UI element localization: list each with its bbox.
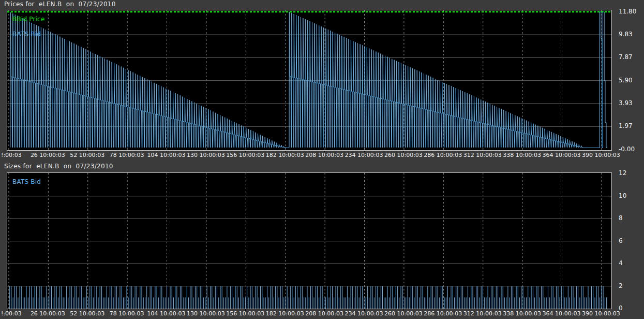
- x-axis-label: 286 10:00:03: [424, 152, 462, 158]
- y-axis-label: 7.87: [619, 53, 633, 61]
- x-axis-label: 52 10:00:03: [70, 152, 104, 158]
- x-axis-tick: [562, 151, 562, 152]
- x-axis-tick: [87, 309, 88, 311]
- x-axis-label: 364 10:00:03: [543, 310, 581, 317]
- x-axis-tick: [127, 309, 127, 311]
- x-axis-tick: [8, 309, 9, 311]
- x-axis-tick: [245, 151, 246, 152]
- x-axis-label: 26 10:00:03: [31, 152, 65, 158]
- bats-bid-price-series: [10, 12, 607, 148]
- y-axis-label: 8: [619, 214, 623, 222]
- legend-bats-bid: BATS Bid: [12, 31, 41, 38]
- y-axis-label: 12: [619, 169, 626, 177]
- prices-panel-title: Prices for eLEN.B on 07/23/2010: [4, 1, 116, 8]
- x-axis-tick: [285, 309, 286, 311]
- x-axis-label: 156 10:00:03: [226, 310, 264, 317]
- y-axis-label: 3.93: [619, 99, 633, 107]
- sizes-plot-area[interactable]: BATS Bid: [7, 172, 612, 309]
- x-axis-tick: [522, 309, 522, 311]
- x-axis-tick: [48, 151, 48, 152]
- x-axis-tick: [245, 309, 246, 311]
- x-axis-tick: [167, 151, 167, 152]
- y-axis-label: 2: [619, 282, 623, 289]
- legend-bbid-price: BBid Price: [12, 16, 45, 23]
- x-axis-tick: [443, 151, 443, 152]
- x-axis-label: 78 10:00:03: [110, 152, 144, 158]
- x-axis-tick: [127, 151, 127, 152]
- x-axis-label: 156 10:00:03: [226, 152, 264, 158]
- x-axis-tick: [483, 309, 483, 311]
- x-axis-tick: [206, 151, 206, 152]
- x-axis-label: 208 10:00:03: [305, 152, 343, 158]
- x-axis-label: 130 10:00:03: [187, 310, 225, 317]
- x-axis-label: 234 10:00:03: [345, 310, 383, 317]
- x-axis-tick: [601, 151, 602, 152]
- x-axis-tick: [562, 309, 562, 311]
- x-axis-tick: [443, 309, 443, 311]
- x-axis-tick: [601, 309, 602, 311]
- x-axis-label: 312 10:00:03: [463, 152, 502, 158]
- x-axis-label: 208 10:00:03: [305, 310, 343, 317]
- x-axis-label: 78 10:00:03: [110, 310, 144, 317]
- y-axis-label: 4: [619, 259, 623, 267]
- x-axis-tick: [48, 309, 48, 311]
- x-axis-label: 104 10:00:03: [147, 152, 186, 158]
- x-axis-label: 26 10:00:03: [31, 310, 65, 317]
- y-axis-label: -0.00: [619, 146, 635, 153]
- x-axis-tick: [206, 309, 206, 311]
- y-axis-label: 5.90: [619, 77, 633, 84]
- x-axis-label: 338 10:00:03: [503, 152, 541, 158]
- x-axis-label: 390 10:00:03: [582, 310, 620, 317]
- x-axis-tick: [8, 151, 9, 152]
- bats-bid-size-series: [10, 286, 607, 309]
- prices-plot-area[interactable]: BBid PriceBATS Bid: [7, 10, 612, 151]
- x-axis-tick: [364, 309, 365, 311]
- x-axis-label: 182 10:00:03: [266, 310, 304, 317]
- legend-bats-bid: BATS Bid: [12, 178, 41, 185]
- y-axis-label: 9.83: [619, 31, 633, 38]
- x-axis-label: 104 10:00:03: [147, 310, 186, 317]
- x-axis-tick: [324, 309, 325, 311]
- x-axis-tick: [167, 309, 167, 311]
- x-axis-label: 364 10:00:03: [543, 152, 581, 158]
- x-axis-tick: [285, 151, 286, 152]
- x-axis-label: 52 10:00:03: [70, 310, 104, 317]
- x-axis-label: 182 10:00:03: [266, 152, 304, 158]
- x-axis-label: 312 10:00:03: [463, 310, 502, 317]
- x-axis-tick: [483, 151, 483, 152]
- x-axis-tick: [403, 309, 404, 311]
- x-axis-label: 338 10:00:03: [503, 310, 541, 317]
- x-axis-tick: [364, 151, 365, 152]
- x-axis-label: !:00:03: [1, 152, 22, 158]
- y-axis-label: 11.80: [619, 8, 636, 15]
- x-axis-tick: [87, 151, 88, 152]
- x-axis-label: 390 10:00:03: [582, 152, 620, 158]
- sizes-panel-title: Sizes for eLEN.B on 07/23/2010: [4, 163, 113, 170]
- x-axis-label: 260 10:00:03: [384, 310, 423, 317]
- y-axis-label: 1.97: [619, 122, 633, 129]
- y-axis-label: 6: [619, 237, 623, 244]
- x-axis-label: 130 10:00:03: [187, 152, 225, 158]
- x-axis-label: 260 10:00:03: [384, 152, 423, 158]
- x-axis-label: 286 10:00:03: [424, 310, 462, 317]
- x-axis-tick: [522, 151, 522, 152]
- y-axis-label: 10: [619, 192, 626, 199]
- x-axis-label: 234 10:00:03: [345, 152, 383, 158]
- x-axis-tick: [403, 151, 404, 152]
- x-axis-label: !:00:03: [1, 310, 22, 317]
- x-axis-tick: [324, 151, 325, 152]
